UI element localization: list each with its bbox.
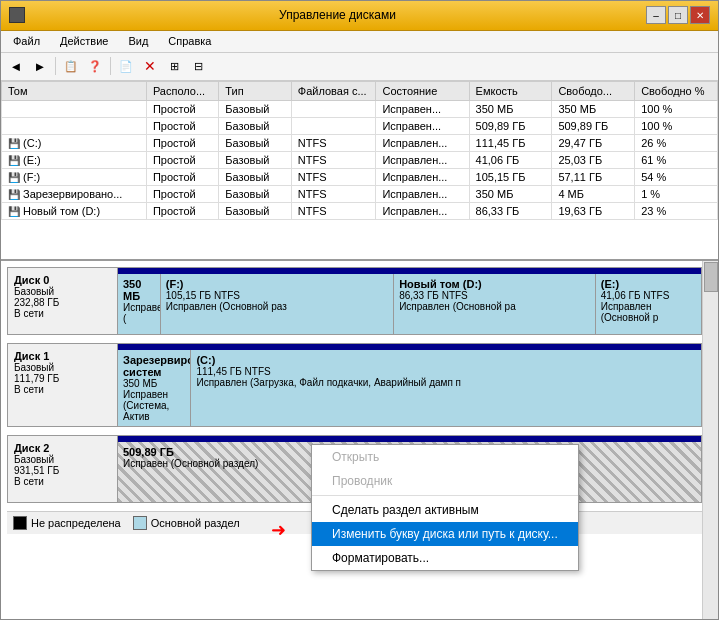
col-type[interactable]: Тип	[219, 81, 291, 100]
disk-table: Том Располо... Тип Файловая с... Состоян…	[1, 81, 718, 220]
col-fs[interactable]: Файловая с...	[291, 81, 376, 100]
menu-help[interactable]: Справка	[160, 33, 219, 49]
separator-2	[110, 57, 111, 75]
menu-action[interactable]: Действие	[52, 33, 116, 49]
table-row[interactable]: 💾 Зарезервировано...ПростойБазовыйNTFSИс…	[2, 185, 718, 202]
window: Управление дисками – □ ✕ Файл Действие В…	[0, 0, 719, 620]
partition-0-1[interactable]: (F:)105,15 ГБ NTFSИсправлен (Основной ра…	[161, 274, 394, 334]
partition-1-0[interactable]: Зарезервировано систем350 МБИсправен (Си…	[118, 350, 191, 426]
disk-parts-row-1: Зарезервировано систем350 МБИсправен (Си…	[118, 350, 701, 426]
disk-label-0: Диск 0Базовый232,88 ГБВ сети	[8, 268, 118, 334]
context-menu-item-1: Проводник	[312, 469, 578, 493]
menu-view[interactable]: Вид	[120, 33, 156, 49]
table-row[interactable]: 💾 (E:)ПростойБазовыйNTFSИсправлен...41,0…	[2, 151, 718, 168]
title-bar: Управление дисками – □ ✕	[1, 1, 718, 31]
partition-1-1[interactable]: (C:)111,45 ГБ NTFSИсправлен (Загрузка, Ф…	[191, 350, 701, 426]
disk-parts-row-0: 350 МБИсправен ((F:)105,15 ГБ NTFSИсправ…	[118, 274, 701, 334]
basic-swatch	[133, 516, 147, 530]
window-title: Управление дисками	[29, 8, 646, 22]
table-row[interactable]: 💾 Новый том (D:)ПростойБазовыйNTFSИсправ…	[2, 202, 718, 219]
partition-0-2[interactable]: Новый том (D:)86,33 ГБ NTFSИсправлен (Ос…	[394, 274, 596, 334]
disk-label-2: Диск 2Базовый931,51 ГБВ сети	[8, 436, 118, 502]
table-row[interactable]: ПростойБазовыйИсправен...509,89 ГБ509,89…	[2, 117, 718, 134]
minimize-button[interactable]: –	[646, 6, 666, 24]
context-menu: ОткрытьПроводникСделать раздел активнымИ…	[311, 444, 579, 571]
back-button[interactable]: ◄	[5, 55, 27, 77]
col-freepct[interactable]: Свободно %	[635, 81, 718, 100]
new-button[interactable]: 📄	[115, 55, 137, 77]
forward-button[interactable]: ►	[29, 55, 51, 77]
disk-row-0: Диск 0Базовый232,88 ГБВ сети350 МБИсправ…	[7, 267, 702, 335]
legend-basic: Основной раздел	[133, 516, 240, 530]
close-button[interactable]: ✕	[690, 6, 710, 24]
menu-bar: Файл Действие Вид Справка	[1, 31, 718, 53]
partition-0-0[interactable]: 350 МБИсправен (	[118, 274, 161, 334]
delete-button[interactable]: ✕	[139, 55, 161, 77]
extend-button[interactable]: ⊟	[187, 55, 209, 77]
window-controls: – □ ✕	[646, 6, 710, 24]
window-icon	[9, 7, 25, 23]
context-menu-item-3[interactable]: Сделать раздел активным	[312, 498, 578, 522]
table-row[interactable]: ПростойБазовыйИсправен...350 МБ350 МБ100…	[2, 100, 718, 117]
disk-table-container: Том Располо... Тип Файловая с... Состоян…	[1, 81, 718, 261]
context-menu-separator	[312, 495, 578, 496]
unallocated-swatch	[13, 516, 27, 530]
main-content: Том Располо... Тип Файловая с... Состоян…	[1, 81, 718, 619]
table-row[interactable]: 💾 (C:)ПростойБазовыйNTFSИсправлен...111,…	[2, 134, 718, 151]
disk-row-1: Диск 1Базовый111,79 ГБВ сетиЗарезервиров…	[7, 343, 702, 427]
context-menu-item-0: Открыть	[312, 445, 578, 469]
legend-unallocated: Не распределена	[13, 516, 121, 530]
context-menu-item-5[interactable]: Форматировать...	[312, 546, 578, 570]
separator-1	[55, 57, 56, 75]
legend-basic-label: Основной раздел	[151, 517, 240, 529]
legend-unallocated-label: Не распределена	[31, 517, 121, 529]
disk-label-1: Диск 1Базовый111,79 ГБВ сети	[8, 344, 118, 426]
format-button[interactable]: ⊞	[163, 55, 185, 77]
table-row[interactable]: 💾 (F:)ПростойБазовыйNTFSИсправлен...105,…	[2, 168, 718, 185]
help-button[interactable]: ❓	[84, 55, 106, 77]
menu-file[interactable]: Файл	[5, 33, 48, 49]
disk-partitions-0: 350 МБИсправен ((F:)105,15 ГБ NTFSИсправ…	[118, 268, 701, 334]
col-free[interactable]: Свободо...	[552, 81, 635, 100]
disk-partitions-1: Зарезервировано систем350 МБИсправен (Си…	[118, 344, 701, 426]
maximize-button[interactable]: □	[668, 6, 688, 24]
col-status[interactable]: Состояние	[376, 81, 469, 100]
properties-button[interactable]: 📋	[60, 55, 82, 77]
col-cap[interactable]: Емкость	[469, 81, 552, 100]
col-loc[interactable]: Располо...	[146, 81, 218, 100]
context-menu-item-4[interactable]: Изменить букву диска или путь к диску...	[312, 522, 578, 546]
col-vol[interactable]: Том	[2, 81, 147, 100]
toolbar: ◄ ► 📋 ❓ 📄 ✕ ⊞ ⊟	[1, 53, 718, 81]
vertical-scrollbar[interactable]	[702, 261, 718, 619]
red-arrow-icon: ➜	[271, 519, 286, 541]
partition-0-3[interactable]: (E:)41,06 ГБ NTFSИсправлен (Основной р	[596, 274, 701, 334]
disk-map-area: Диск 0Базовый232,88 ГБВ сети350 МБИсправ…	[1, 261, 718, 619]
